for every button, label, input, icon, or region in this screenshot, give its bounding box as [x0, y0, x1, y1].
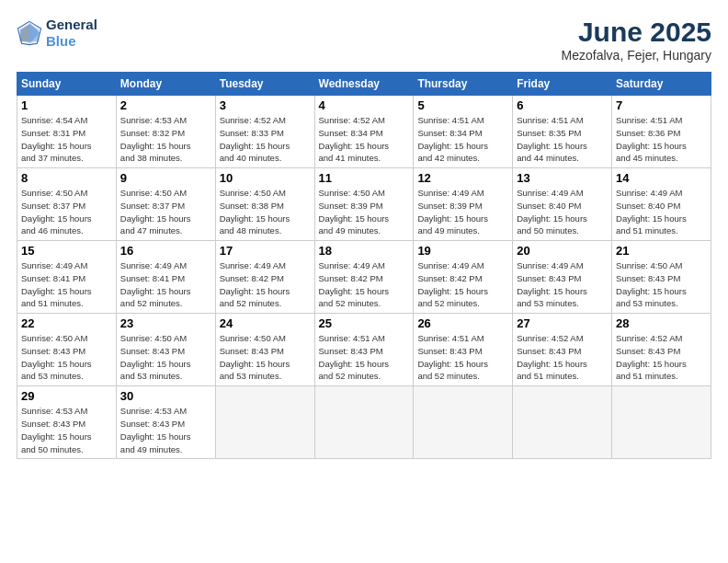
day-info: Sunrise: 4:50 AM Sunset: 8:39 PM Dayligh… [319, 187, 410, 237]
day-number: 21 [616, 244, 707, 258]
day-number: 6 [517, 98, 608, 112]
day-info: Sunrise: 4:52 AM Sunset: 8:43 PM Dayligh… [616, 332, 707, 383]
day-number: 14 [616, 171, 707, 185]
header-cell-saturday: Saturday [612, 73, 711, 96]
header-cell-thursday: Thursday [414, 73, 513, 96]
day-cell-23: 23Sunrise: 4:50 AM Sunset: 8:43 PM Dayli… [116, 314, 215, 386]
title-area: June 2025 Mezofalva, Fejer, Hungary [562, 17, 711, 63]
day-number: 23 [120, 316, 211, 330]
day-info: Sunrise: 4:49 AM Sunset: 8:40 PM Dayligh… [517, 187, 608, 237]
day-info: Sunrise: 4:51 AM Sunset: 8:36 PM Dayligh… [616, 114, 707, 165]
day-cell-28: 28Sunrise: 4:52 AM Sunset: 8:43 PM Dayli… [612, 314, 711, 386]
day-info: Sunrise: 4:50 AM Sunset: 8:37 PM Dayligh… [21, 187, 112, 237]
day-info: Sunrise: 4:51 AM Sunset: 8:43 PM Dayligh… [319, 332, 410, 383]
day-number: 8 [21, 171, 112, 185]
day-number: 16 [120, 244, 211, 258]
day-number: 7 [616, 98, 707, 112]
day-cell-7: 7Sunrise: 4:51 AM Sunset: 8:36 PM Daylig… [612, 96, 711, 168]
header-cell-friday: Friday [513, 73, 612, 96]
day-cell-27: 27Sunrise: 4:52 AM Sunset: 8:43 PM Dayli… [513, 314, 612, 386]
month-title: June 2025 [562, 17, 711, 48]
calendar-header: SundayMondayTuesdayWednesdayThursdayFrid… [17, 73, 711, 96]
day-number: 2 [120, 98, 211, 112]
header: General Blue June 2025 Mezofalva, Fejer,… [17, 17, 711, 63]
day-cell-20: 20Sunrise: 4:49 AM Sunset: 8:43 PM Dayli… [513, 241, 612, 314]
day-info: Sunrise: 4:53 AM Sunset: 8:43 PM Dayligh… [120, 405, 211, 455]
day-cell-12: 12Sunrise: 4:49 AM Sunset: 8:39 PM Dayli… [414, 168, 513, 241]
day-info: Sunrise: 4:53 AM Sunset: 8:32 PM Dayligh… [120, 114, 211, 165]
empty-cell [414, 386, 513, 459]
day-cell-1: 1Sunrise: 4:54 AM Sunset: 8:31 PM Daylig… [17, 96, 117, 168]
day-number: 5 [417, 98, 508, 112]
day-info: Sunrise: 4:52 AM Sunset: 8:43 PM Dayligh… [517, 332, 608, 383]
header-cell-sunday: Sunday [17, 73, 117, 96]
day-cell-11: 11Sunrise: 4:50 AM Sunset: 8:39 PM Dayli… [314, 168, 414, 241]
day-cell-9: 9Sunrise: 4:50 AM Sunset: 8:37 PM Daylig… [116, 168, 215, 241]
day-number: 12 [417, 171, 508, 185]
day-cell-17: 17Sunrise: 4:49 AM Sunset: 8:42 PM Dayli… [215, 241, 314, 314]
day-number: 4 [319, 98, 410, 112]
empty-cell [215, 386, 314, 459]
day-number: 11 [319, 171, 410, 185]
day-cell-4: 4Sunrise: 4:52 AM Sunset: 8:34 PM Daylig… [314, 96, 414, 168]
page: General Blue June 2025 Mezofalva, Fejer,… [0, 0, 728, 468]
day-number: 1 [21, 98, 112, 112]
logo-line1: General [46, 17, 97, 33]
location: Mezofalva, Fejer, Hungary [562, 48, 711, 63]
day-cell-25: 25Sunrise: 4:51 AM Sunset: 8:43 PM Dayli… [314, 314, 414, 386]
day-info: Sunrise: 4:49 AM Sunset: 8:42 PM Dayligh… [220, 259, 311, 310]
day-info: Sunrise: 4:50 AM Sunset: 8:38 PM Dayligh… [220, 187, 311, 237]
day-cell-13: 13Sunrise: 4:49 AM Sunset: 8:40 PM Dayli… [513, 168, 612, 241]
day-cell-16: 16Sunrise: 4:49 AM Sunset: 8:41 PM Dayli… [116, 241, 215, 314]
day-info: Sunrise: 4:50 AM Sunset: 8:37 PM Dayligh… [120, 187, 211, 237]
header-cell-wednesday: Wednesday [314, 73, 414, 96]
day-number: 18 [319, 244, 410, 258]
day-cell-22: 22Sunrise: 4:50 AM Sunset: 8:43 PM Dayli… [17, 314, 117, 386]
day-cell-3: 3Sunrise: 4:52 AM Sunset: 8:33 PM Daylig… [215, 96, 314, 168]
day-cell-30: 30Sunrise: 4:53 AM Sunset: 8:43 PM Dayli… [116, 386, 215, 459]
day-cell-5: 5Sunrise: 4:51 AM Sunset: 8:34 PM Daylig… [414, 96, 513, 168]
logo-line2: Blue [46, 33, 97, 50]
calendar-week-3: 22Sunrise: 4:50 AM Sunset: 8:43 PM Dayli… [17, 314, 711, 386]
header-cell-monday: Monday [116, 73, 215, 96]
day-info: Sunrise: 4:50 AM Sunset: 8:43 PM Dayligh… [120, 332, 211, 383]
day-number: 24 [220, 316, 311, 330]
day-info: Sunrise: 4:52 AM Sunset: 8:34 PM Dayligh… [319, 114, 410, 165]
day-cell-6: 6Sunrise: 4:51 AM Sunset: 8:35 PM Daylig… [513, 96, 612, 168]
day-number: 17 [220, 244, 311, 258]
day-cell-14: 14Sunrise: 4:49 AM Sunset: 8:40 PM Dayli… [612, 168, 711, 241]
day-number: 26 [417, 316, 508, 330]
empty-cell [612, 386, 711, 459]
day-info: Sunrise: 4:51 AM Sunset: 8:43 PM Dayligh… [417, 332, 508, 383]
day-cell-2: 2Sunrise: 4:53 AM Sunset: 8:32 PM Daylig… [116, 96, 215, 168]
day-info: Sunrise: 4:49 AM Sunset: 8:41 PM Dayligh… [21, 259, 112, 310]
calendar-week-0: 1Sunrise: 4:54 AM Sunset: 8:31 PM Daylig… [17, 96, 711, 168]
day-cell-21: 21Sunrise: 4:50 AM Sunset: 8:43 PM Dayli… [612, 241, 711, 314]
day-cell-29: 29Sunrise: 4:53 AM Sunset: 8:43 PM Dayli… [17, 386, 117, 459]
day-number: 22 [21, 316, 112, 330]
day-info: Sunrise: 4:52 AM Sunset: 8:33 PM Dayligh… [220, 114, 311, 165]
header-cell-tuesday: Tuesday [215, 73, 314, 96]
calendar-week-4: 29Sunrise: 4:53 AM Sunset: 8:43 PM Dayli… [17, 386, 711, 459]
day-number: 30 [120, 389, 211, 403]
day-info: Sunrise: 4:49 AM Sunset: 8:42 PM Dayligh… [319, 259, 410, 310]
day-cell-15: 15Sunrise: 4:49 AM Sunset: 8:41 PM Dayli… [17, 241, 117, 314]
calendar-week-2: 15Sunrise: 4:49 AM Sunset: 8:41 PM Dayli… [17, 241, 711, 314]
day-info: Sunrise: 4:49 AM Sunset: 8:43 PM Dayligh… [517, 259, 608, 310]
day-info: Sunrise: 4:54 AM Sunset: 8:31 PM Dayligh… [21, 114, 112, 165]
calendar-week-1: 8Sunrise: 4:50 AM Sunset: 8:37 PM Daylig… [17, 168, 711, 241]
empty-cell [314, 386, 414, 459]
logo-text: General Blue [46, 17, 97, 50]
day-number: 28 [616, 316, 707, 330]
day-number: 29 [21, 389, 112, 403]
day-cell-18: 18Sunrise: 4:49 AM Sunset: 8:42 PM Dayli… [314, 241, 414, 314]
day-cell-8: 8Sunrise: 4:50 AM Sunset: 8:37 PM Daylig… [17, 168, 117, 241]
day-cell-24: 24Sunrise: 4:50 AM Sunset: 8:43 PM Dayli… [215, 314, 314, 386]
day-cell-19: 19Sunrise: 4:49 AM Sunset: 8:42 PM Dayli… [414, 241, 513, 314]
day-number: 15 [21, 244, 112, 258]
day-number: 27 [517, 316, 608, 330]
empty-cell [513, 386, 612, 459]
day-number: 9 [120, 171, 211, 185]
day-number: 19 [417, 244, 508, 258]
day-info: Sunrise: 4:53 AM Sunset: 8:43 PM Dayligh… [21, 405, 112, 455]
